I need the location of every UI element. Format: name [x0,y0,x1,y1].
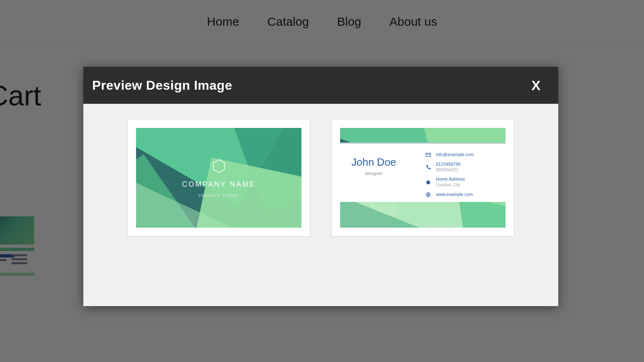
phone-icon [425,165,431,170]
card-front-frame: COMPANY NAME company slogan [127,119,310,237]
card-front: COMPANY NAME company slogan [136,128,301,228]
card-back-frame: John Doe designer info@example.com 01234… [331,119,514,237]
svg-marker-0 [213,160,225,173]
contact-email: info@example.com [425,152,474,158]
contact-phone: 01234567890098354321 [425,162,474,173]
person-block: John Doe designer [351,156,396,176]
globe-icon [425,192,431,197]
modal-header: Preview Design Image X [83,67,558,104]
company-slogan: company slogan [198,193,239,197]
modal-body: COMPANY NAME company slogan John Doe des… [83,104,558,252]
preview-modal: Preview Design Image X COMPANY NAME comp… [83,67,558,306]
modal-title: Preview Design Image [92,78,232,93]
hexagon-logo-icon [213,159,225,173]
contact-address: Home AddressLocation, City [425,177,474,187]
contact-web: www.example.com [425,192,474,197]
company-name: COMPANY NAME [182,180,255,189]
contact-web-text: www.example.com [436,192,473,197]
contact-address-sub: Location, City [436,183,465,188]
close-button[interactable]: X [531,78,541,92]
contact-phone-sub: 0098354321 [436,168,460,173]
contact-phone-text: 0123456789 [436,162,460,167]
card-back: John Doe designer info@example.com 01234… [340,128,506,228]
contact-list: info@example.com 01234567890098354321 Ho… [425,152,474,197]
person-name: John Doe [351,156,396,169]
contact-address-text: Home Address [436,177,465,181]
contact-email-text: info@example.com [436,152,474,157]
home-icon [425,179,431,185]
person-role: designer [351,171,396,176]
envelope-icon [425,152,431,158]
